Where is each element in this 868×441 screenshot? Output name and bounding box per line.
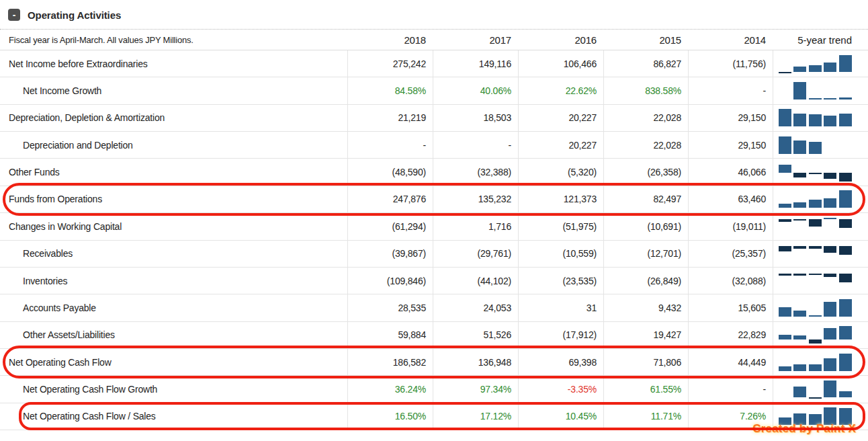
trend-bar bbox=[824, 63, 836, 72]
value-cell: (25,357) bbox=[688, 241, 773, 267]
trend-cell bbox=[773, 376, 868, 402]
trend-cell bbox=[773, 159, 868, 185]
trend-bar bbox=[824, 98, 836, 99]
trend-chart bbox=[778, 244, 853, 263]
year-header-2015[interactable]: 2015 bbox=[603, 30, 688, 50]
value-cell: 106,466 bbox=[518, 50, 603, 77]
trend-cell bbox=[773, 50, 868, 77]
trend-bar bbox=[824, 380, 836, 397]
value-cell: 121,373 bbox=[518, 186, 603, 212]
value-cell: 11.71% bbox=[603, 403, 688, 430]
value-cell: (29,761) bbox=[433, 241, 518, 267]
trend-chart bbox=[778, 163, 853, 182]
value-cell: 59,884 bbox=[347, 322, 433, 348]
trend-chart bbox=[778, 136, 853, 155]
year-header-2018[interactable]: 2018 bbox=[347, 30, 433, 50]
trend-header: 5-year trend bbox=[773, 30, 868, 50]
value-cell: 97.34% bbox=[433, 376, 518, 402]
trend-bar bbox=[839, 173, 852, 182]
value-cell: 22,028 bbox=[603, 105, 688, 131]
year-header-2017[interactable]: 2017 bbox=[433, 30, 518, 50]
value-cell: 61.55% bbox=[603, 376, 688, 402]
value-cell: (44,102) bbox=[433, 268, 518, 294]
value-cell: 40.06% bbox=[433, 77, 518, 104]
trend-bar bbox=[824, 274, 836, 277]
value-cell: 16.50% bbox=[347, 403, 433, 430]
value-cell: 71,806 bbox=[603, 349, 688, 375]
trend-bar bbox=[839, 246, 852, 255]
trend-bar bbox=[793, 246, 806, 249]
value-cell: 15,605 bbox=[688, 294, 773, 321]
year-header-2016[interactable]: 2016 bbox=[518, 30, 603, 50]
value-cell: (12,701) bbox=[603, 241, 688, 267]
row-label: Net Income before Extraordinaries bbox=[0, 50, 347, 77]
trend-cell bbox=[773, 268, 868, 294]
fiscal-note: Fiscal year is April-March. All values J… bbox=[0, 30, 347, 50]
trend-bar bbox=[839, 114, 852, 126]
table-row: Depreciation, Depletion & Amortization21… bbox=[0, 105, 868, 132]
trend-bar bbox=[793, 202, 806, 208]
row-label: Other Assets/Liabilities bbox=[0, 322, 347, 348]
trend-chart bbox=[778, 217, 853, 236]
row-label: Net Operating Cash Flow / Sales bbox=[0, 403, 347, 430]
trend-bar bbox=[793, 274, 806, 276]
value-cell: (19,011) bbox=[688, 213, 773, 239]
trend-bar bbox=[779, 136, 791, 154]
value-cell: 135,232 bbox=[433, 186, 518, 212]
trend-bar bbox=[809, 339, 822, 344]
value-cell: 22.62% bbox=[518, 77, 603, 104]
trend-bar bbox=[824, 198, 836, 208]
table-row: Other Funds(48,590)(32,388)(5,320)(26,35… bbox=[0, 159, 868, 186]
value-cell: 10.45% bbox=[518, 403, 603, 430]
value-cell: 46,066 bbox=[688, 159, 773, 185]
value-cell: 24,053 bbox=[433, 294, 518, 321]
value-cell: 86,827 bbox=[603, 50, 688, 77]
trend-cell bbox=[773, 322, 868, 348]
watermark: Created by Paint X bbox=[752, 422, 856, 436]
trend-chart bbox=[778, 190, 853, 208]
trend-bar bbox=[839, 190, 852, 208]
trend-bar bbox=[839, 274, 852, 282]
row-label: Receivables bbox=[0, 241, 347, 267]
trend-bar bbox=[779, 366, 791, 370]
row-label: Net Operating Cash Flow bbox=[0, 349, 347, 375]
trend-bar bbox=[779, 219, 791, 222]
value-cell: (32,388) bbox=[433, 159, 518, 185]
value-cell: -3.35% bbox=[518, 376, 603, 402]
trend-cell bbox=[773, 241, 868, 267]
minus-icon: - bbox=[13, 10, 16, 19]
trend-bar bbox=[779, 335, 791, 340]
value-cell: 28,535 bbox=[347, 294, 433, 321]
value-cell: 29,150 bbox=[688, 132, 773, 158]
table-row: Net Income before Extraordinaries275,242… bbox=[0, 50, 868, 77]
trend-chart bbox=[778, 272, 853, 290]
value-cell: - bbox=[433, 132, 518, 158]
value-cell: - bbox=[347, 132, 433, 158]
value-cell: (39,867) bbox=[347, 241, 433, 267]
trend-bar bbox=[779, 204, 791, 208]
trend-bar bbox=[809, 219, 822, 227]
value-cell: - bbox=[688, 376, 773, 402]
trend-bar bbox=[824, 173, 836, 179]
trend-cell bbox=[773, 294, 868, 321]
year-header-2014[interactable]: 2014 bbox=[688, 30, 773, 50]
trend-chart bbox=[778, 81, 853, 100]
value-cell: 22,829 bbox=[688, 322, 773, 348]
trend-bar bbox=[809, 114, 822, 126]
value-cell: 31 bbox=[518, 294, 603, 321]
value-cell: 51,526 bbox=[433, 322, 518, 348]
value-cell: 186,582 bbox=[347, 349, 433, 375]
trend-chart bbox=[778, 298, 853, 317]
row-label: Net Income Growth bbox=[0, 77, 347, 104]
collapse-button[interactable]: - bbox=[8, 9, 20, 21]
trend-bar bbox=[793, 82, 806, 99]
trend-bar bbox=[839, 219, 852, 228]
row-label: Net Operating Cash Flow Growth bbox=[0, 376, 347, 402]
trend-bar bbox=[779, 307, 791, 317]
trend-bar bbox=[779, 109, 791, 126]
trend-bar bbox=[809, 315, 822, 317]
value-cell: 149,116 bbox=[433, 50, 518, 77]
row-label: Depreciation and Depletion bbox=[0, 132, 347, 158]
trend-bar bbox=[779, 246, 791, 251]
value-cell: 29,150 bbox=[688, 105, 773, 131]
